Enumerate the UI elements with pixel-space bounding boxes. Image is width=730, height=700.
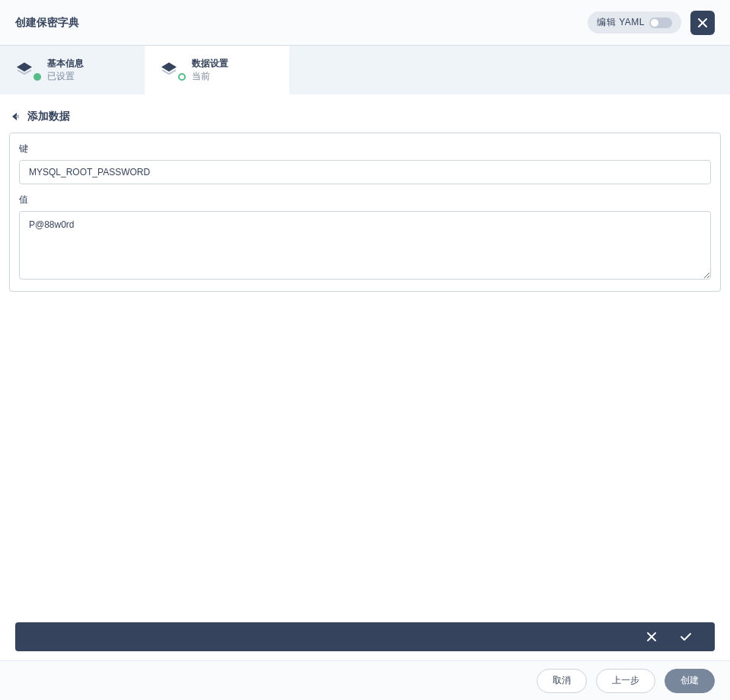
step-title: 基本信息	[47, 57, 84, 70]
step-status-badge-completed	[33, 73, 41, 81]
section-header: 添加数据	[9, 110, 721, 123]
header-actions: 编辑 YAML	[588, 11, 715, 35]
step-status: 当前	[192, 70, 228, 83]
data-item-card: 键 值	[9, 133, 721, 292]
wizard-steps: 基本信息 已设置 数据设置 当前	[0, 46, 730, 94]
content-area: 添加数据 键 值	[0, 94, 730, 660]
item-confirm-button[interactable]	[680, 631, 692, 642]
value-textarea[interactable]	[19, 211, 711, 280]
step-data-settings[interactable]: 数据设置 当前	[145, 46, 289, 94]
close-button[interactable]	[690, 11, 715, 35]
form-group-value: 值	[19, 193, 711, 282]
step-title: 数据设置	[192, 57, 228, 70]
layers-icon	[15, 61, 33, 79]
previous-button[interactable]: 上一步	[596, 669, 655, 693]
step-text: 基本信息 已设置	[47, 57, 84, 83]
check-icon	[680, 631, 692, 642]
form-group-key: 键	[19, 142, 711, 184]
edit-yaml-toggle[interactable]: 编辑 YAML	[588, 11, 681, 34]
back-arrow-icon	[9, 110, 21, 123]
step-icon	[160, 61, 184, 79]
step-status: 已设置	[47, 70, 84, 83]
layers-icon	[160, 61, 178, 79]
toggle-switch-icon	[649, 18, 672, 28]
dialog-footer: 取消 上一步 创建	[0, 660, 730, 700]
step-text: 数据设置 当前	[192, 57, 228, 83]
cancel-button[interactable]: 取消	[537, 669, 587, 693]
dialog-title: 创建保密字典	[15, 16, 79, 30]
step-status-badge-current	[178, 73, 186, 81]
step-icon	[15, 61, 40, 79]
key-label: 键	[19, 142, 711, 155]
dialog-header: 创建保密字典 编辑 YAML	[0, 0, 730, 46]
close-icon	[697, 17, 709, 29]
create-secret-dialog: 创建保密字典 编辑 YAML 基本信息 已设置	[0, 0, 730, 700]
edit-yaml-label: 编辑 YAML	[597, 16, 645, 29]
key-input[interactable]	[19, 160, 711, 184]
create-button[interactable]: 创建	[665, 669, 715, 693]
x-icon	[646, 631, 657, 642]
item-action-bar	[15, 622, 715, 651]
step-basic-info[interactable]: 基本信息 已设置	[0, 46, 145, 94]
section-title: 添加数据	[27, 110, 70, 123]
item-cancel-button[interactable]	[646, 631, 657, 642]
value-label: 值	[19, 193, 711, 206]
